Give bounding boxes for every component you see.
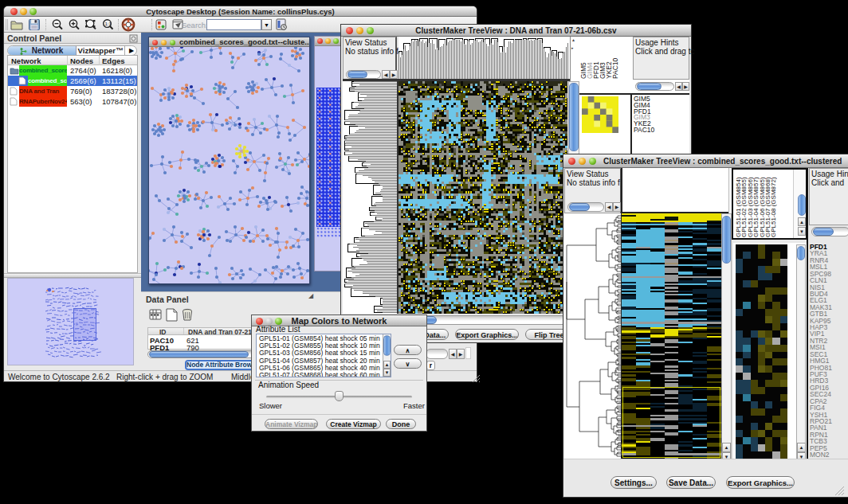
svg-text:1:1: 1:1 [104,21,112,26]
